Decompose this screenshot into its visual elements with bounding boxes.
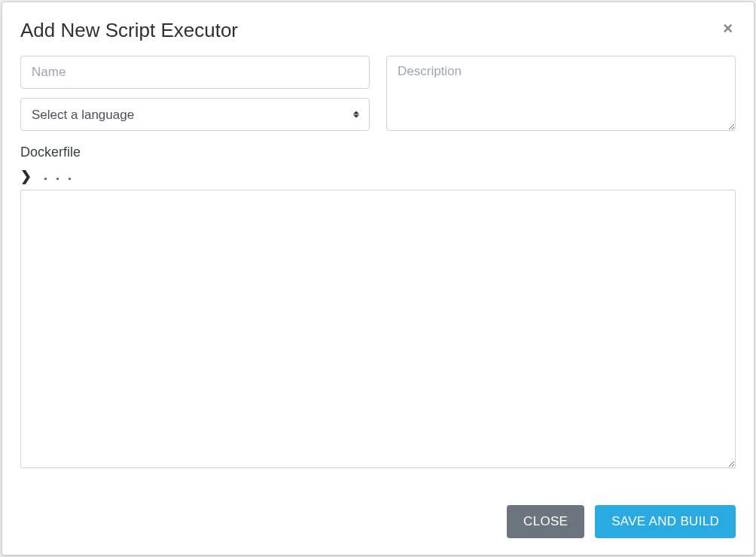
modal-body: Select a language Dockerfile ❯ . . . [2, 42, 754, 492]
code-collapse-marker: . . . [44, 168, 74, 184]
left-column: Select a language [20, 56, 370, 134]
chevron-right-icon[interactable]: ❯ [20, 169, 32, 183]
right-column [386, 56, 736, 134]
save-and-build-button[interactable]: SAVE AND BUILD [595, 505, 736, 538]
close-icon[interactable]: × [720, 19, 736, 38]
top-row: Select a language [20, 56, 736, 134]
description-textarea[interactable] [386, 56, 736, 131]
script-executor-modal: Add New Script Executor × Select a langu… [2, 2, 754, 555]
close-button[interactable]: CLOSE [507, 505, 584, 538]
language-select-wrap: Select a language [20, 98, 370, 131]
dockerfile-code-area[interactable] [20, 190, 736, 468]
language-select[interactable]: Select a language [20, 98, 370, 131]
modal-footer: CLOSE SAVE AND BUILD [2, 492, 754, 555]
code-header: ❯ . . . [20, 165, 736, 190]
modal-title: Add New Script Executor [20, 19, 238, 42]
modal-header: Add New Script Executor × [2, 2, 754, 42]
name-input[interactable] [20, 56, 370, 89]
dockerfile-label: Dockerfile [20, 145, 736, 160]
